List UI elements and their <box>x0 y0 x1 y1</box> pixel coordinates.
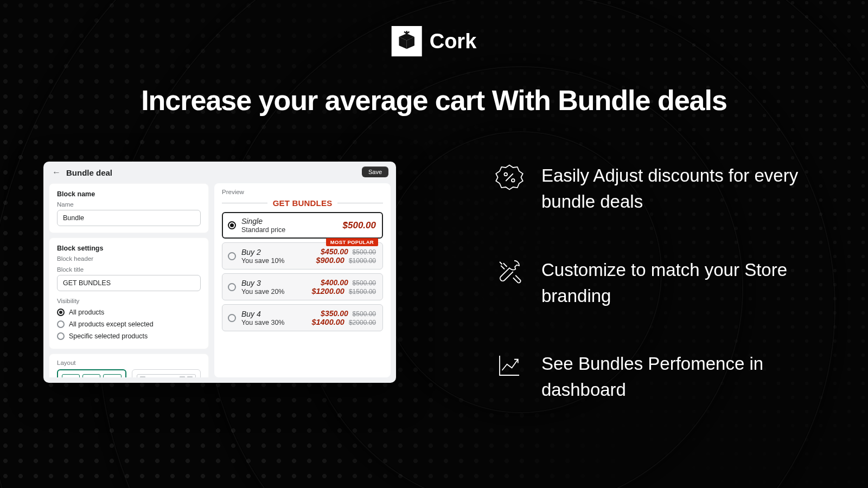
total-compare: $1500.00 <box>349 288 376 296</box>
bundle-option-buy2[interactable]: MOST POPULAR Buy 2 You save 10% $450.00 … <box>222 242 383 269</box>
bundle-name: Single <box>241 217 337 226</box>
section-label: Block name <box>57 190 201 198</box>
discount-badge-icon <box>494 163 525 192</box>
preview-label: Preview <box>222 189 383 195</box>
total-price: $900.00 <box>316 256 344 265</box>
svg-point-1 <box>504 173 507 176</box>
radio-icon <box>228 314 236 322</box>
unit-price: $400.00 <box>321 278 348 287</box>
total-compare: $2000.00 <box>349 319 376 326</box>
radio-label: All products <box>69 309 104 316</box>
field-label: Name <box>57 201 201 208</box>
layout-option-columns[interactable] <box>57 369 126 377</box>
layout-option-rows[interactable] <box>132 369 201 377</box>
radio-icon <box>57 309 65 316</box>
feature-analytics: See Bundles Perfomence in dashboard <box>494 351 819 403</box>
preview-pane: Preview GET BUNDLES Single Standard pric… <box>214 183 391 377</box>
analytics-icon <box>494 351 525 380</box>
back-arrow-icon[interactable]: ← <box>52 168 61 177</box>
unit-compare: $500.00 <box>353 279 376 287</box>
tools-icon <box>494 257 525 286</box>
visibility-option-all[interactable]: All products <box>57 306 201 318</box>
visibility-label: Visibility <box>57 298 201 304</box>
bundle-price: $500.00 <box>343 220 376 231</box>
block-name-input[interactable] <box>57 210 201 226</box>
visibility-option-except[interactable]: All products except selected <box>57 318 201 330</box>
total-price: $1200.00 <box>311 287 344 296</box>
layout-label: Layout <box>57 359 201 366</box>
radio-icon <box>57 320 65 328</box>
feature-text: Easily Adjust discounts for every bundle… <box>541 163 819 215</box>
bundle-name: Buy 2 <box>241 248 310 256</box>
unit-compare: $500.00 <box>353 248 376 256</box>
feature-text: See Bundles Perfomence in dashboard <box>541 351 819 403</box>
radio-icon <box>228 221 236 229</box>
feature-branding: Customize to match your Store branding <box>494 257 819 309</box>
feature-text: Customize to match your Store branding <box>541 257 819 309</box>
bundle-option-buy3[interactable]: Buy 3 You save 20% $400.00 $500.00 $1200… <box>222 273 383 300</box>
bundle-sub: Standard price <box>241 226 337 234</box>
subsection-label: Block header <box>57 255 201 262</box>
layout-card: Layout <box>49 354 209 377</box>
block-title-input[interactable] <box>57 275 201 291</box>
panel-header: ← Bundle deal Save <box>43 162 396 183</box>
unit-price: $350.00 <box>321 309 348 318</box>
bundle-name: Buy 3 <box>241 279 306 287</box>
preview-heading: GET BUNDLES <box>273 198 333 208</box>
total-compare: $1000.00 <box>349 257 376 265</box>
bundle-sub: You save 10% <box>241 257 310 265</box>
brand-logo-icon <box>392 26 422 56</box>
admin-panel: ← Bundle deal Save Block name Name Block… <box>43 162 396 383</box>
radio-icon <box>228 283 236 291</box>
unit-compare: $500.00 <box>353 310 376 318</box>
bundle-option-single[interactable]: Single Standard price $500.00 <box>222 212 383 239</box>
section-label: Block settings <box>57 245 201 252</box>
brand-name: Cork <box>430 30 477 53</box>
bundle-name: Buy 4 <box>241 310 306 318</box>
bundle-sub: You save 30% <box>241 319 306 326</box>
block-settings-card: Block settings Block header Block title … <box>49 237 209 349</box>
radio-icon <box>57 332 65 340</box>
total-price: $1400.00 <box>311 318 344 326</box>
svg-point-2 <box>512 179 515 182</box>
hero-headline: Increase your average cart With Bundle d… <box>0 84 868 117</box>
block-name-card: Block name Name <box>49 183 209 233</box>
unit-price: $450.00 <box>321 247 348 256</box>
bundle-option-buy4[interactable]: Buy 4 You save 30% $350.00 $500.00 $1400… <box>222 304 383 331</box>
panel-title: Bundle deal <box>66 168 112 177</box>
popular-badge: MOST POPULAR <box>326 238 378 246</box>
radio-label: Specific selected products <box>69 332 148 340</box>
feature-list: Easily Adjust discounts for every bundle… <box>494 163 819 403</box>
visibility-option-specific[interactable]: Specific selected products <box>57 330 201 342</box>
radio-icon <box>228 252 236 260</box>
feature-discounts: Easily Adjust discounts for every bundle… <box>494 163 819 215</box>
bundle-sub: You save 20% <box>241 288 306 296</box>
radio-label: All products except selected <box>69 320 154 328</box>
save-button[interactable]: Save <box>362 166 388 177</box>
field-label: Block title <box>57 266 201 273</box>
brand-lockup: Cork <box>392 26 477 56</box>
